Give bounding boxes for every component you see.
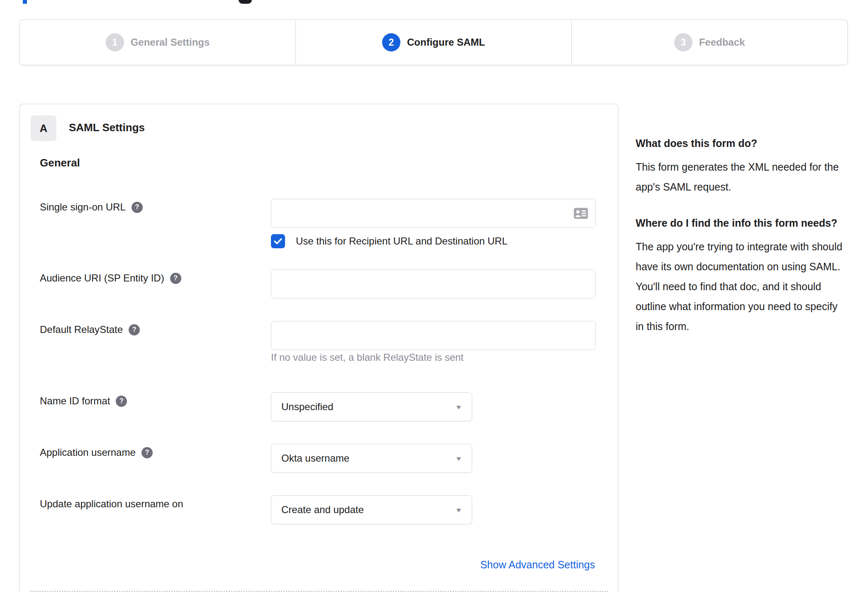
recipient-url-checkbox-label: Use this for Recipient URL and Destinati… <box>296 235 507 247</box>
recipient-url-checkbox-row: Use this for Recipient URL and Destinati… <box>271 234 507 248</box>
help-heading-what: What does this form do? <box>636 134 845 153</box>
relay-state-label-text: Default RelayState <box>40 323 123 336</box>
sso-url-label-text: Single sign-on URL <box>40 201 126 213</box>
help-icon[interactable]: ? <box>170 273 181 284</box>
application-username-value: Okta username <box>281 453 456 464</box>
audience-uri-label: Audience URI (SP Entity ID) ? <box>40 272 181 284</box>
step-label: Configure SAML <box>407 37 485 48</box>
application-username-label-text: Application username <box>40 446 136 459</box>
help-icon[interactable]: ? <box>132 202 143 213</box>
cutoff-icon-fragment <box>239 0 252 4</box>
show-advanced-settings-link[interactable]: Show Advanced Settings <box>480 559 595 571</box>
step-number-badge: 2 <box>382 33 400 51</box>
sso-url-input-wrap <box>271 199 596 228</box>
step-configure-saml[interactable]: 2 Configure SAML <box>295 20 571 65</box>
general-heading: General <box>40 157 80 169</box>
audience-uri-input[interactable] <box>271 269 596 298</box>
help-icon[interactable]: ? <box>141 447 153 458</box>
update-application-username-value: Create and update <box>281 504 456 516</box>
chevron-down-icon: ▼ <box>455 455 463 462</box>
update-application-username-select[interactable]: Create and update ▼ <box>271 495 472 524</box>
cutoff-blue-fragment <box>23 0 27 4</box>
name-id-format-select[interactable]: Unspecified ▼ <box>271 392 472 421</box>
saml-configuration-page: 1 General Settings 2 Configure SAML 3 Fe… <box>0 0 868 592</box>
application-username-select[interactable]: Okta username ▼ <box>271 444 472 473</box>
step-general-settings[interactable]: 1 General Settings <box>20 20 295 65</box>
help-body-what: This form generates the XML needed for t… <box>636 157 845 197</box>
section-a-badge: A <box>31 115 56 141</box>
help-body-where: The app you're trying to integrate with … <box>636 237 845 336</box>
relay-state-hint: If no value is set, a blank RelayState i… <box>271 352 463 363</box>
relay-state-label: Default RelayState ? <box>40 323 140 336</box>
sso-url-label: Single sign-on URL ? <box>40 201 143 213</box>
step-label: General Settings <box>131 37 210 48</box>
step-feedback[interactable]: 3 Feedback <box>571 20 847 65</box>
help-heading-where: Where do I find the info this form needs… <box>636 213 845 232</box>
sso-url-input[interactable] <box>271 199 596 228</box>
help-sidebar: What does this form do? This form genera… <box>636 134 845 353</box>
chevron-down-icon: ▼ <box>455 506 463 514</box>
name-id-format-label: Name ID format ? <box>40 395 127 407</box>
name-id-format-label-text: Name ID format <box>40 395 110 407</box>
step-number-badge: 3 <box>674 33 692 51</box>
chevron-down-icon: ▼ <box>455 404 463 411</box>
update-application-username-label: Update application username on <box>40 498 183 510</box>
section-title: SAML Settings <box>69 121 145 134</box>
recipient-url-checkbox[interactable] <box>271 234 285 248</box>
audience-uri-label-text: Audience URI (SP Entity ID) <box>40 272 164 284</box>
help-icon[interactable]: ? <box>116 396 127 407</box>
relay-state-input[interactable] <box>271 321 596 350</box>
help-icon[interactable]: ? <box>129 324 140 335</box>
application-username-label: Application username ? <box>40 446 153 459</box>
step-number-badge: 1 <box>106 33 124 51</box>
name-id-format-value: Unspecified <box>281 401 456 413</box>
step-label: Feedback <box>699 37 745 48</box>
saml-settings-panel: A SAML Settings General Single sign-on U… <box>20 104 618 592</box>
wizard-stepper: 1 General Settings 2 Configure SAML 3 Fe… <box>20 20 848 65</box>
update-application-username-label-text: Update application username on <box>40 498 183 510</box>
